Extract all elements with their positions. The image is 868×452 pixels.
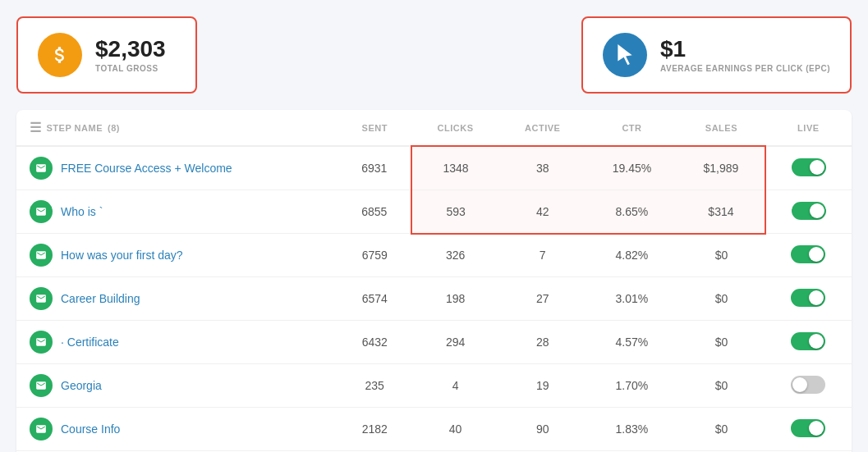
live-toggle[interactable]	[791, 332, 825, 350]
live-cell[interactable]	[765, 408, 852, 451]
ctr-cell: 4.82%	[586, 234, 678, 277]
sales-header: SALES	[677, 110, 765, 146]
step-name-link[interactable]: Who is `	[61, 205, 103, 218]
active-cell: 28	[499, 321, 586, 364]
step-name-header: ☰ STEP NAME (8)	[16, 110, 338, 146]
clicks-cell: 40	[411, 408, 499, 451]
clicks-cell: 294	[411, 321, 499, 364]
step-name-cell: FREE Course Access + Welcome	[16, 146, 338, 190]
live-cell[interactable]	[765, 146, 852, 190]
sales-cell: $0	[677, 364, 765, 408]
clicks-cell: 593	[411, 190, 499, 234]
table-row: How was your first day? 675932674.82%$0	[16, 234, 852, 277]
step-email-icon	[30, 200, 53, 223]
live-cell[interactable]	[765, 364, 852, 408]
avg-epc-info: $1 AVERAGE EARNINGS PER CLICK (EPC)	[660, 37, 830, 73]
step-name-link[interactable]: · Certificate	[61, 336, 119, 349]
step-name-cell: How was your first day?	[16, 234, 338, 277]
step-name-cell: Career Building	[16, 277, 338, 321]
step-name-cell: Course Info	[16, 408, 338, 451]
sent-cell: 235	[338, 364, 411, 408]
step-email-icon	[30, 287, 53, 310]
sales-cell: $1,989	[677, 146, 765, 190]
ctr-cell: 19.45%	[586, 146, 678, 190]
live-cell[interactable]	[765, 234, 852, 277]
active-cell: 42	[499, 190, 586, 234]
step-email-icon	[30, 244, 53, 267]
live-toggle[interactable]	[791, 289, 825, 307]
step-name-cell: Who is `	[16, 190, 338, 234]
live-cell[interactable]	[765, 277, 852, 321]
active-cell: 90	[499, 408, 586, 451]
sales-cell: $0	[677, 408, 765, 451]
avg-epc-card: $1 AVERAGE EARNINGS PER CLICK (EPC)	[581, 16, 852, 94]
step-name-cell: · Certificate	[16, 321, 338, 364]
table-row: FREE Course Access + Welcome 69311348381…	[16, 146, 852, 190]
steps-table: ☰ STEP NAME (8) SENT CLICKS ACTIVE CTR S…	[16, 110, 852, 452]
clicks-cell: 1348	[411, 146, 499, 190]
live-toggle[interactable]	[792, 158, 826, 176]
sales-cell: $0	[677, 234, 765, 277]
ctr-cell: 4.57%	[586, 321, 678, 364]
table-row: Course Info 218240901.83%$0	[16, 408, 852, 451]
avg-epc-value: $1	[660, 37, 830, 62]
active-cell: 38	[499, 146, 586, 190]
sent-cell: 6432	[338, 321, 411, 364]
active-header: ACTIVE	[499, 110, 586, 146]
sales-cell: $0	[677, 321, 765, 364]
ctr-cell: 8.65%	[586, 190, 678, 234]
ctr-cell: 1.83%	[586, 408, 678, 451]
live-toggle[interactable]	[791, 419, 825, 437]
active-cell: 19	[499, 364, 586, 408]
active-cell: 27	[499, 277, 586, 321]
live-toggle[interactable]	[791, 376, 825, 394]
table-body: FREE Course Access + Welcome 69311348381…	[16, 146, 852, 452]
step-email-icon	[30, 418, 53, 441]
cursor-icon	[603, 33, 647, 77]
live-toggle[interactable]	[792, 202, 826, 220]
step-name-link[interactable]: Georgia	[61, 379, 102, 392]
active-cell: 7	[499, 234, 586, 277]
sent-cell: 2182	[338, 408, 411, 451]
clicks-cell: 326	[411, 234, 499, 277]
sent-header: SENT	[338, 110, 411, 146]
step-name-link[interactable]: Course Info	[61, 422, 120, 436]
clicks-cell: 198	[411, 277, 499, 321]
step-email-icon	[30, 331, 53, 354]
sent-cell: 6574	[338, 277, 411, 321]
step-name-link[interactable]: Career Building	[61, 292, 140, 305]
ctr-cell: 3.01%	[586, 277, 678, 321]
steps-table-container: ☰ STEP NAME (8) SENT CLICKS ACTIVE CTR S…	[16, 110, 852, 452]
ctr-cell: 1.70%	[586, 364, 678, 408]
sent-cell: 6931	[338, 146, 411, 190]
table-row: Georgia 2354191.70%$0	[16, 364, 852, 408]
table-row: Career Building 6574198273.01%$0	[16, 277, 852, 321]
clicks-header: CLICKS	[411, 110, 499, 146]
table-row: Who is ` 6855593428.65%$314	[16, 190, 852, 234]
sales-cell: $0	[677, 277, 765, 321]
sent-cell: 6759	[338, 234, 411, 277]
table-row: · Certificate 6432294284.57%$0	[16, 321, 852, 364]
live-header: LIVE	[765, 110, 852, 146]
total-gross-card: $2,303 TOTAL GROSS	[16, 16, 197, 94]
clicks-cell: 4	[411, 364, 499, 408]
dollar-icon	[38, 33, 82, 77]
list-icon: ☰	[30, 120, 42, 135]
total-gross-label: TOTAL GROSS	[95, 64, 166, 73]
step-name-link[interactable]: How was your first day?	[61, 249, 183, 262]
live-toggle[interactable]	[791, 245, 825, 263]
sent-cell: 6855	[338, 190, 411, 234]
live-cell[interactable]	[765, 190, 852, 234]
live-cell[interactable]	[765, 321, 852, 364]
step-email-icon	[30, 157, 53, 180]
ctr-header: CTR	[586, 110, 678, 146]
avg-epc-label: AVERAGE EARNINGS PER CLICK (EPC)	[660, 64, 830, 73]
step-name-link[interactable]: FREE Course Access + Welcome	[61, 162, 232, 175]
total-gross-info: $2,303 TOTAL GROSS	[95, 37, 166, 73]
step-email-icon	[30, 374, 53, 397]
table-header-row: ☰ STEP NAME (8) SENT CLICKS ACTIVE CTR S…	[16, 110, 852, 146]
total-gross-value: $2,303	[95, 37, 166, 62]
metrics-row: $2,303 TOTAL GROSS $1 AVERAGE EARNINGS P…	[16, 16, 852, 94]
step-name-cell: Georgia	[16, 364, 338, 408]
sales-cell: $314	[677, 190, 765, 234]
